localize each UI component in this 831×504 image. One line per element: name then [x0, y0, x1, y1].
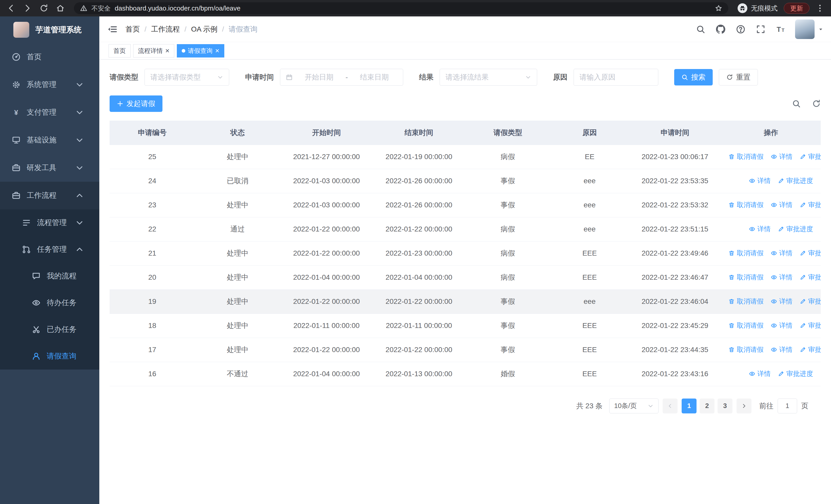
browser-menu-icon[interactable] — [815, 4, 824, 12]
action-detail[interactable]: 详情 — [749, 369, 771, 378]
action-progress[interactable]: 审批进度 — [800, 249, 821, 258]
action-detail[interactable]: 详情 — [771, 249, 793, 258]
breadcrumb-item[interactable]: 工作流程 — [151, 24, 180, 34]
action-detail[interactable]: 详情 — [771, 345, 793, 354]
sidebar-item-home[interactable]: 首页 — [0, 43, 99, 71]
action-cancel[interactable]: 取消请假 — [728, 200, 764, 209]
page-button-1[interactable]: 1 — [682, 398, 696, 413]
filter-apply-time: 申请时间 开始日期 - 结束日期 — [245, 69, 403, 86]
action-detail[interactable]: 详情 — [749, 225, 771, 234]
tab-home[interactable]: 首页 — [109, 44, 131, 58]
page-size-select[interactable]: 10条/页 — [609, 398, 659, 413]
fullscreen-icon[interactable] — [756, 25, 765, 34]
action-detail[interactable]: 详情 — [771, 273, 793, 282]
sidebar-item-label: 基础设施 — [27, 135, 75, 145]
action-cancel[interactable]: 取消请假 — [728, 297, 764, 306]
refresh-icon[interactable] — [812, 99, 821, 108]
security-label[interactable]: 不安全 — [91, 4, 111, 12]
action-detail[interactable]: 详情 — [771, 152, 793, 161]
sidebar-item-process-mgmt[interactable]: 流程管理 — [0, 209, 99, 236]
action-cancel[interactable]: 取消请假 — [728, 321, 764, 330]
action-detail[interactable]: 详情 — [771, 297, 793, 306]
tab-leave-query[interactable]: 请假查询× — [177, 44, 224, 58]
action-cancel[interactable]: 取消请假 — [728, 249, 764, 258]
sidebar-item-devtools[interactable]: 研发工具 — [0, 154, 99, 182]
sidebar-menu: 首页系统管理¥支付管理基础设施研发工具工作流程流程管理任务管理我的流程待办任务已… — [0, 43, 99, 369]
chevron-right-icon — [741, 403, 747, 409]
breadcrumb-item: 请假查询 — [229, 24, 257, 34]
edit-icon — [778, 178, 784, 184]
sidebar-item-workflow[interactable]: 工作流程 — [0, 182, 99, 209]
cell-reason: EEE — [550, 241, 629, 265]
cell-start: 2022-01-22 00:00:00 — [280, 217, 373, 241]
github-icon[interactable] — [716, 25, 725, 34]
sidebar-item-leave-query[interactable]: 请假查询 — [0, 343, 99, 369]
question-icon[interactable] — [736, 25, 745, 34]
cell-applied: 2022-01-22 23:51:15 — [629, 217, 721, 241]
result-select[interactable]: 请选择流结果 — [440, 69, 537, 86]
create-leave-button[interactable]: 发起请假 — [110, 95, 163, 112]
forward-icon[interactable] — [23, 4, 32, 12]
update-button[interactable]: 更新 — [784, 3, 809, 13]
filter-leave-type: 请假类型 请选择请假类型 — [110, 69, 229, 86]
page-button-3[interactable]: 3 — [718, 398, 733, 413]
reason-input[interactable] — [574, 69, 658, 86]
breadcrumb-item[interactable]: OA 示例 — [191, 24, 218, 34]
next-page-button[interactable] — [737, 398, 751, 413]
user-menu[interactable] — [795, 20, 823, 39]
tab-process-detail[interactable]: 流程详情× — [133, 44, 174, 58]
avatar[interactable] — [795, 20, 814, 39]
sidebar-item-done-task[interactable]: 已办任务 — [0, 316, 99, 343]
action-progress[interactable]: 审批进度 — [800, 200, 821, 209]
action-progress[interactable]: 审批进度 — [800, 152, 821, 161]
trash-icon — [728, 274, 735, 280]
back-icon[interactable] — [7, 4, 16, 12]
breadcrumb-item[interactable]: 首页 — [125, 24, 140, 34]
close-icon[interactable]: × — [215, 47, 219, 54]
action-progress[interactable]: 审批进度 — [778, 176, 813, 185]
close-icon[interactable]: × — [165, 47, 169, 54]
reset-button[interactable]: 重置 — [719, 69, 758, 85]
apply-time-range-picker[interactable]: 开始日期 - 结束日期 — [280, 69, 403, 86]
home-icon[interactable] — [56, 4, 65, 12]
sidebar-item-infrastructure[interactable]: 基础设施 — [0, 126, 99, 154]
url-text[interactable]: dashboard.yudao.iocoder.cn/bpm/oa/leave — [115, 4, 711, 12]
action-cancel[interactable]: 取消请假 — [728, 273, 764, 282]
page-button-2[interactable]: 2 — [699, 398, 715, 413]
sidebar-item-label: 研发工具 — [27, 163, 75, 173]
leave-type-select[interactable]: 请选择请假类型 — [144, 69, 229, 86]
action-progress[interactable]: 审批进度 — [800, 321, 821, 330]
sidebar-item-my-process[interactable]: 我的流程 — [0, 263, 99, 290]
action-detail[interactable]: 详情 — [771, 321, 793, 330]
refresh-icon[interactable] — [39, 4, 48, 12]
action-progress[interactable]: 审批进度 — [778, 369, 813, 378]
search-icon[interactable] — [792, 99, 801, 108]
address-bar[interactable]: 不安全 dashboard.yudao.iocoder.cn/bpm/oa/le… — [74, 2, 728, 14]
action-cancel[interactable]: 取消请假 — [728, 345, 764, 354]
bookmark-star-icon[interactable] — [715, 5, 722, 12]
sidebar-item-system[interactable]: 系统管理 — [0, 71, 99, 98]
chevron-down-icon — [75, 80, 84, 89]
action-progress[interactable]: 审批进度 — [800, 297, 821, 306]
prev-page-button[interactable] — [663, 398, 678, 413]
search-icon[interactable] — [696, 25, 705, 34]
edit-icon — [800, 347, 806, 353]
action-cancel[interactable]: 取消请假 — [728, 152, 764, 161]
sidebar-item-todo-task[interactable]: 待办任务 — [0, 290, 99, 316]
search-button[interactable]: 搜索 — [674, 69, 713, 85]
action-progress[interactable]: 审批进度 — [800, 273, 821, 282]
sidebar-item-payment[interactable]: ¥支付管理 — [0, 98, 99, 126]
action-progress[interactable]: 审批进度 — [778, 225, 813, 234]
fontsize-icon[interactable]: TT — [776, 25, 785, 34]
goto-page-input[interactable] — [778, 398, 797, 413]
app-logo[interactable]: 芋道管理系统 — [0, 17, 99, 43]
action-progress[interactable]: 审批进度 — [800, 345, 821, 354]
action-detail[interactable]: 详情 — [749, 176, 771, 185]
action-detail[interactable]: 详情 — [771, 200, 793, 209]
cell-actions: 详情审批进度 — [721, 362, 821, 386]
sidebar-item-task-mgmt[interactable]: 任务管理 — [0, 236, 99, 263]
edit-icon — [778, 370, 784, 377]
leave-type-placeholder: 请选择请假类型 — [150, 72, 214, 82]
table-row: 23处理中2022-01-03 00:00:002022-01-26 00:00… — [110, 193, 821, 217]
hamburger-icon[interactable] — [107, 24, 117, 34]
